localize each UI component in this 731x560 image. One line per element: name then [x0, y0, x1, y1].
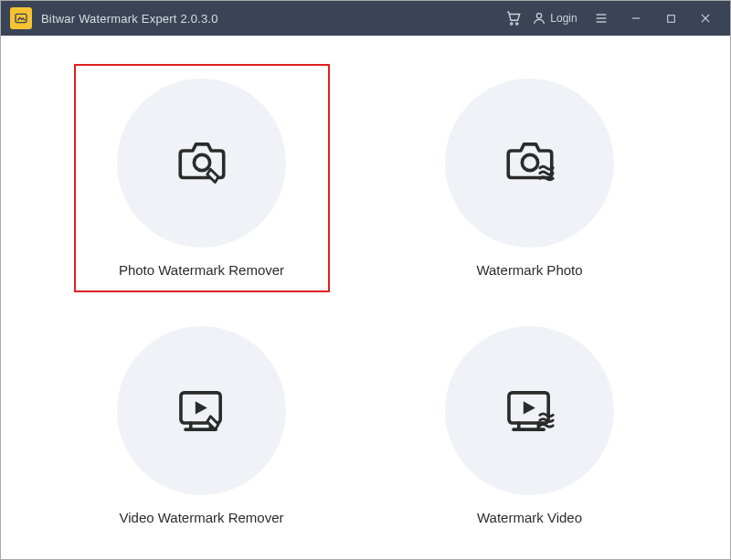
app-logo [10, 7, 32, 29]
minimize-button[interactable] [619, 1, 653, 36]
close-icon [699, 12, 712, 25]
menu-icon [594, 11, 609, 26]
video-watermark-icon [497, 378, 563, 444]
svg-point-2 [516, 23, 518, 25]
icon-circle [445, 326, 614, 495]
minimize-icon [630, 12, 642, 25]
svg-rect-8 [667, 15, 674, 22]
login-button[interactable]: Login [531, 1, 578, 36]
option-label: Watermark Photo [476, 262, 582, 278]
svg-point-3 [537, 14, 542, 18]
maximize-icon [665, 13, 677, 25]
watermark-video-card[interactable]: Watermark Video [402, 312, 658, 540]
icon-circle [445, 79, 614, 248]
titlebar: Bitwar Watermark Expert 2.0.3.0 Login [1, 1, 730, 36]
cart-icon [505, 10, 522, 26]
titlebar-actions: Login [496, 1, 723, 36]
maximize-button[interactable] [653, 1, 688, 36]
svg-point-11 [194, 155, 209, 171]
option-label: Photo Watermark Remover [119, 262, 284, 278]
icon-circle [117, 326, 286, 495]
close-button[interactable] [688, 1, 723, 36]
watermark-photo-card[interactable]: Watermark Photo [402, 64, 658, 292]
option-label: Watermark Video [477, 510, 582, 525]
video-watermark-remover-card[interactable]: Video Watermark Remover [74, 312, 330, 540]
option-label: Video Watermark Remover [119, 510, 283, 525]
app-title: Bitwar Watermark Expert 2.0.3.0 [41, 12, 218, 26]
camera-watermark-icon [497, 130, 563, 195]
svg-point-1 [511, 23, 513, 25]
menu-button[interactable] [584, 1, 619, 36]
main-content: Photo Watermark Remover Watermark Photo [1, 36, 730, 559]
video-remove-icon [169, 378, 235, 444]
app-window: Bitwar Watermark Expert 2.0.3.0 Login [0, 0, 731, 560]
user-icon [532, 11, 546, 26]
svg-point-12 [522, 155, 537, 171]
logo-icon [14, 11, 28, 26]
login-label: Login [550, 12, 577, 25]
icon-circle [117, 79, 286, 248]
photo-watermark-remover-card[interactable]: Photo Watermark Remover [74, 64, 330, 292]
camera-remove-icon [169, 130, 235, 195]
cart-button[interactable] [496, 1, 531, 36]
